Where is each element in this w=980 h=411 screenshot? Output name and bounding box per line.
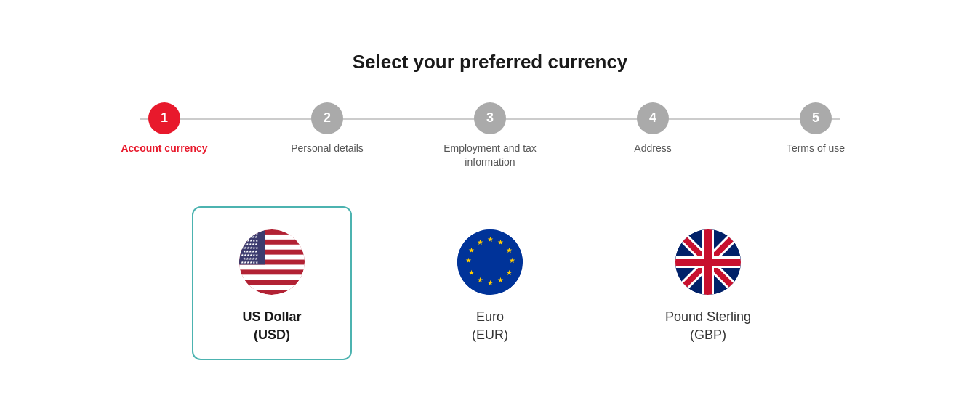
step-circle-1: 1 [148,102,180,134]
svg-rect-2 [239,235,305,240]
step-circle-3: 3 [474,102,506,134]
step-label-1: Account currency [121,142,207,156]
currency-card-usd[interactable]: ★★★★★★ ★★★★★ ★★★★★★ ★★★★★ ★★★★★★ ★★★★★ ★… [192,206,352,360]
step-circle-2: 2 [311,102,343,134]
svg-text:★★★★★★: ★★★★★★ [241,260,259,264]
step-circle-4: 4 [637,102,669,134]
step-label-2: Personal details [291,142,364,156]
svg-text:★: ★ [497,276,504,284]
step-label-3: Employment and tax information [439,142,541,170]
step-circle-5: 5 [800,102,832,134]
page-title: Select your preferred currency [83,51,897,73]
currency-card-eur[interactable]: ★ ★ ★ ★ ★ ★ ★ ★ ★ ★ ★ ★ [410,208,570,359]
svg-text:★: ★ [509,256,515,264]
step-5[interactable]: 5 Terms of use [734,102,897,156]
svg-rect-5 [239,264,305,269]
currency-name-eur: Euro (EUR) [472,308,508,344]
svg-rect-41 [675,259,741,266]
currency-name-usd: US Dollar (USD) [242,308,301,344]
svg-text:★: ★ [465,256,472,264]
flag-gbp [675,229,741,295]
step-3[interactable]: 3 Employment and tax information [409,102,571,170]
svg-text:★: ★ [477,238,483,246]
currency-name-gbp: Pound Sterling (GBP) [665,308,751,344]
flag-eur: ★ ★ ★ ★ ★ ★ ★ ★ ★ ★ ★ ★ [457,229,523,295]
step-2[interactable]: 2 Personal details [246,102,409,156]
currency-section: ★★★★★★ ★★★★★ ★★★★★★ ★★★★★ ★★★★★★ ★★★★★ ★… [83,206,897,360]
step-label-4: Address [634,142,671,156]
svg-text:★: ★ [506,269,513,277]
svg-text:★: ★ [497,238,504,246]
svg-text:★: ★ [468,246,475,254]
svg-rect-6 [239,274,305,280]
svg-rect-7 [239,285,305,290]
svg-text:★: ★ [477,276,483,284]
flag-usd: ★★★★★★ ★★★★★ ★★★★★★ ★★★★★ ★★★★★★ ★★★★★ ★… [239,229,305,295]
step-label-5: Terms of use [787,142,845,156]
stepper: 1 Account currency 2 Personal details 3 … [83,102,897,170]
step-4[interactable]: 4 Address [571,102,734,156]
svg-text:★: ★ [487,279,494,287]
svg-text:★: ★ [506,246,513,254]
svg-text:★: ★ [487,235,494,243]
main-container: Select your preferred currency 1 Account… [54,29,926,383]
svg-text:★: ★ [468,269,475,277]
step-1[interactable]: 1 Account currency [83,102,246,156]
currency-card-gbp[interactable]: Pound Sterling (GBP) [628,208,788,359]
